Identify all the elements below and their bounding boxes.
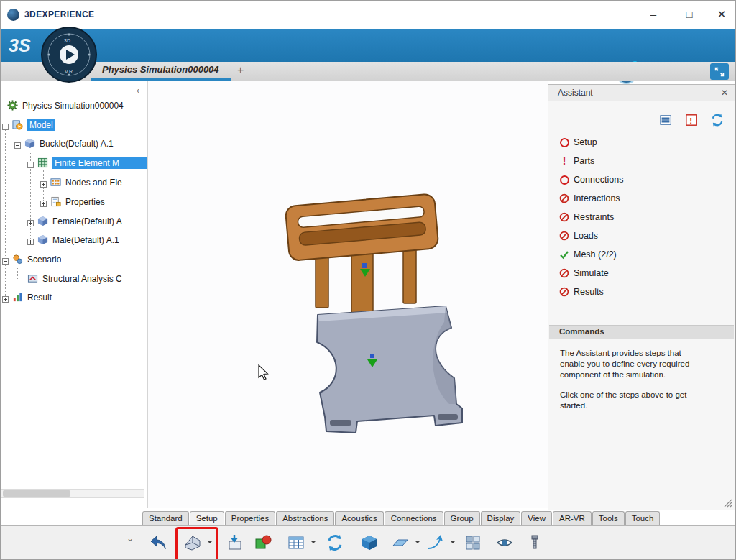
tree-item-analysis-case[interactable]: Structural Analysis C <box>0 271 147 287</box>
expand-icon[interactable] <box>2 295 9 301</box>
collapse-icon[interactable] <box>14 141 21 147</box>
ribbon-tab-abstractions[interactable]: Abstractions <box>276 511 334 525</box>
compass-icon[interactable]: 3D V.R <box>40 26 98 83</box>
maximize-button[interactable]: □ <box>678 6 701 23</box>
close-button[interactable]: ✕ <box>710 6 733 23</box>
error-list-icon[interactable]: ! <box>682 111 701 129</box>
assistant-step-simulate[interactable]: Simulate <box>558 267 609 280</box>
ribbon-tab-connections[interactable]: Connections <box>385 511 443 525</box>
commands-section-header[interactable]: Commands <box>549 325 734 339</box>
tree-item-properties[interactable]: Properties <box>0 194 147 210</box>
collapse-icon[interactable] <box>2 122 9 129</box>
tree-item-root[interactable]: Physics Simulation000004 <box>0 98 147 114</box>
cube-icon <box>360 533 379 552</box>
tree-item-model[interactable]: Model <box>0 117 147 133</box>
collapse-icon[interactable] <box>27 160 34 167</box>
tree-item-male[interactable]: Male(Default) A.1 <box>0 232 147 248</box>
ribbon-tab-ar-vr[interactable]: AR-VR <box>553 511 592 525</box>
tree-item-label[interactable]: Model <box>27 119 55 131</box>
assistant-step-restraints[interactable]: Restraints <box>558 211 614 224</box>
visibility-button[interactable] <box>492 530 518 556</box>
ribbon-tab-group[interactable]: Group <box>444 511 480 525</box>
toolbar-collapse-icon[interactable]: ⌄ <box>126 533 134 543</box>
material-button[interactable] <box>250 530 276 556</box>
collapse-icon[interactable] <box>2 257 9 263</box>
import-button[interactable] <box>221 530 247 556</box>
expand-icon[interactable] <box>40 180 47 186</box>
status-blocked-icon <box>558 231 570 241</box>
assistant-step-setup[interactable]: Setup <box>558 136 597 149</box>
plane-button[interactable] <box>387 530 413 556</box>
tree-item-label[interactable]: Scenario <box>27 254 61 265</box>
tree-item-fem-rep[interactable]: Finite Element M <box>0 155 147 171</box>
fastener-button[interactable] <box>522 530 548 556</box>
model-icon <box>12 119 24 131</box>
tree-item-label[interactable]: Female(Default) A <box>52 216 122 226</box>
ribbon-tab-view[interactable]: View <box>521 511 552 525</box>
close-icon[interactable]: ✕ <box>721 88 728 98</box>
sweep-button[interactable] <box>423 530 448 556</box>
import-icon <box>225 533 244 552</box>
expand-icon[interactable] <box>27 237 34 244</box>
horizontal-scrollbar[interactable] <box>1 489 144 498</box>
ribbon-tab-setup[interactable]: Setup <box>190 511 224 525</box>
buckle-model[interactable] <box>277 180 492 442</box>
titlebar: 3DEXPERIENCE – □ ✕ <box>0 0 736 29</box>
status-blocked-icon <box>558 212 570 222</box>
tree-item-label[interactable]: Result <box>27 293 52 303</box>
product-icon <box>37 216 49 227</box>
panel-collapse-arrow[interactable]: ‹ <box>137 86 139 96</box>
expand-window-icon[interactable] <box>710 63 729 80</box>
properties-icon <box>50 196 62 208</box>
assistant-step-parts[interactable]: Parts <box>558 155 594 167</box>
sync-icon[interactable] <box>708 111 727 129</box>
document-tab-active[interactable]: Physics Simulation000004 <box>91 62 231 81</box>
status-done-icon <box>558 249 570 260</box>
assistant-step-mesh[interactable]: Mesh (2/2) <box>558 248 617 261</box>
tree-item-label[interactable]: Properties <box>65 197 105 207</box>
tree-item-scenario[interactable]: Scenario <box>0 252 147 267</box>
assistant-step-loads[interactable]: Loads <box>558 229 598 242</box>
pattern-button[interactable] <box>460 530 486 556</box>
tree-item-result[interactable]: Result <box>0 290 147 306</box>
report-icon[interactable] <box>656 111 675 129</box>
minimize-button[interactable]: – <box>642 6 665 23</box>
tree-item-label[interactable]: Male(Default) A.1 <box>52 235 119 245</box>
ribbon-tab-acoustics[interactable]: Acoustics <box>335 511 383 525</box>
undo-icon <box>149 533 167 552</box>
scrollbar-thumb[interactable] <box>3 490 70 497</box>
assistant-step-results[interactable]: Results <box>558 285 604 298</box>
assistant-step-connections[interactable]: Connections <box>558 173 624 186</box>
update-button[interactable] <box>322 530 348 556</box>
undo-button[interactable] <box>145 530 171 556</box>
dropdown-caret-icon[interactable] <box>310 541 316 546</box>
tree-item-label[interactable]: Physics Simulation000004 <box>22 101 124 111</box>
ribbon-tab-properties[interactable]: Properties <box>225 511 275 525</box>
assistant-header[interactable]: Assistant ✕ <box>548 85 735 101</box>
viewport-3d[interactable] <box>148 81 548 508</box>
assistant-help-text: The Assistant provides steps that enable… <box>560 348 707 380</box>
ribbon-tab-standard[interactable]: Standard <box>142 511 189 525</box>
status-blocked-icon <box>558 193 570 203</box>
tree-item-label[interactable]: Nodes and Ele <box>65 178 122 188</box>
ribbon-tab-touch[interactable]: Touch <box>625 511 661 525</box>
new-tab-button[interactable]: + <box>237 64 244 77</box>
solid-cube-button[interactable] <box>356 530 382 556</box>
tree-item-label[interactable]: Structural Analysis C <box>42 274 122 284</box>
dassault-3ds-logo[interactable]: 3S <box>7 33 40 58</box>
ribbon-tab-tools[interactable]: Tools <box>592 511 625 525</box>
resize-grip[interactable] <box>724 499 732 508</box>
tree-item-label[interactable]: Buckle(Default) A.1 <box>40 139 114 149</box>
top-bar: 3S SIMULIA Structural Model Creation Jin… <box>0 29 736 62</box>
table-button[interactable] <box>283 530 309 556</box>
dropdown-caret-icon[interactable] <box>450 541 456 546</box>
expand-icon[interactable] <box>40 199 47 206</box>
tree-item-female[interactable]: Female(Default) A <box>0 214 147 229</box>
expand-icon[interactable] <box>27 219 34 225</box>
tree-item-nodes-elements[interactable]: Nodes and Ele <box>0 175 147 191</box>
tree-item-label[interactable]: Finite Element M <box>52 157 147 169</box>
dropdown-caret-icon[interactable] <box>415 541 420 546</box>
assistant-step-interactions[interactable]: Interactions <box>558 192 620 205</box>
tree-item-buckle[interactable]: Buckle(Default) A.1 <box>0 136 147 152</box>
ribbon-tab-display[interactable]: Display <box>481 511 521 525</box>
